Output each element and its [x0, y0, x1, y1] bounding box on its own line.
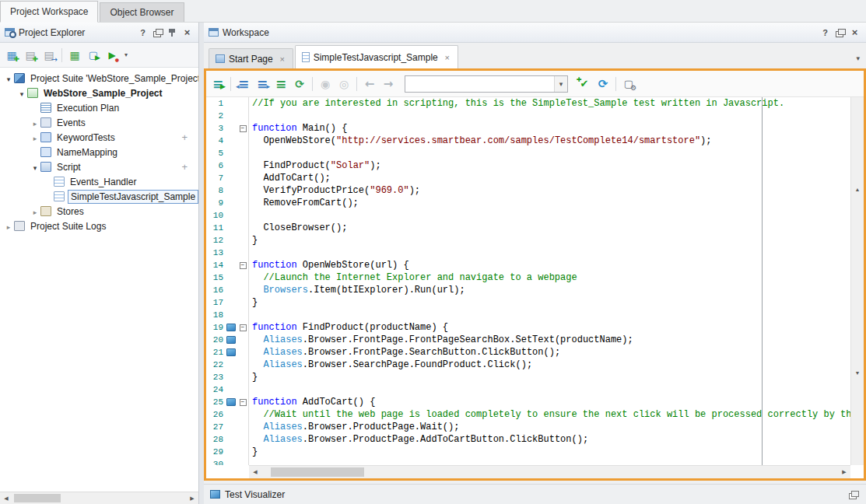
- scroll-left-icon[interactable]: [0, 492, 12, 504]
- sync-with-visualizer-icon[interactable]: [594, 75, 612, 93]
- tab-close-icon[interactable]: [444, 52, 451, 63]
- show-test-items-icon[interactable]: [66, 47, 83, 64]
- indent-icon[interactable]: [254, 75, 271, 93]
- code-line[interactable]: 18: [206, 309, 850, 321]
- tree-expander-icon[interactable]: [30, 132, 40, 143]
- float-panel-icon[interactable]: [847, 488, 860, 500]
- code-line[interactable]: 22 Aliases.Browser.SearchPage.FoundProdu…: [206, 359, 850, 371]
- tree-item-simpletestjavascript-sample[interactable]: SimpleTestJavascript_Sample: [0, 189, 198, 204]
- tree-expander-icon[interactable]: [16, 88, 27, 99]
- tree-item-script[interactable]: Script: [0, 159, 198, 174]
- tree-item-project-suite-logs[interactable]: Project Suite Logs: [0, 219, 198, 233]
- run-project-suite-icon-dropdown[interactable]: [122, 51, 130, 58]
- code-line[interactable]: 16 Browsers.Item(btIExplorer).Run(url);: [206, 284, 850, 296]
- mode-tab-object-browser[interactable]: Object Browser: [100, 2, 184, 22]
- fold-cell[interactable]: [237, 321, 249, 334]
- float-window-icon[interactable]: [151, 26, 164, 38]
- show-visualizer-frames-icon[interactable]: [317, 75, 334, 93]
- tree-expander-icon[interactable]: [3, 73, 14, 84]
- collapse-region-icon[interactable]: [240, 399, 247, 406]
- collapse-region-icon[interactable]: [240, 262, 247, 269]
- refresh-script-icon[interactable]: [291, 75, 308, 93]
- tree-item-keywordtests[interactable]: KeywordTests: [0, 130, 198, 145]
- visualizer-frame-cell[interactable]: [225, 398, 237, 406]
- scroll-right-icon[interactable]: [186, 492, 198, 504]
- code-line[interactable]: 20 Aliases.Browser.FrontPage.FrontPageSe…: [206, 334, 850, 346]
- doc-tab-simpletestjavascript-sample[interactable]: SimpleTestJavascript_Sample: [295, 45, 458, 68]
- code-line[interactable]: 24: [206, 383, 850, 396]
- chevron-down-icon[interactable]: [554, 76, 567, 92]
- help-icon[interactable]: [136, 26, 149, 38]
- collapse-region-icon[interactable]: [240, 324, 247, 331]
- scrollbar-thumb[interactable]: [271, 467, 364, 477]
- code-line[interactable]: 23}: [206, 371, 850, 383]
- tree-item-events-handler[interactable]: Events_Handler: [0, 174, 198, 189]
- navigate-back-icon[interactable]: [361, 75, 378, 93]
- code-line[interactable]: 12}: [206, 234, 850, 247]
- code-line[interactable]: 8 VerifyProductPrice("969.0");: [206, 184, 850, 197]
- hide-visualizer-frames-icon[interactable]: [335, 75, 352, 93]
- code-line[interactable]: 25function AddToCart() {: [206, 396, 850, 408]
- code-line[interactable]: 3function Main() {: [206, 122, 850, 135]
- code-line[interactable]: 30: [206, 458, 850, 465]
- visualizer-frame-cell[interactable]: [225, 324, 237, 331]
- mode-tab-project-workspace[interactable]: Project Workspace: [0, 1, 98, 23]
- editor-options-icon[interactable]: [620, 75, 637, 93]
- code-line[interactable]: 10: [206, 209, 850, 222]
- code-line[interactable]: 29}: [206, 446, 850, 458]
- add-checkpoint-icon[interactable]: [576, 75, 593, 93]
- tree-item-project-suite-webstore-sample-project-suit[interactable]: Project Suite 'WebStore_Sample_Project_S…: [0, 71, 198, 86]
- tree-expander-icon[interactable]: [3, 221, 14, 232]
- code-line[interactable]: 4 OpenWebStore("http://services.smartbea…: [206, 135, 850, 147]
- scroll-up-icon[interactable]: [851, 97, 864, 282]
- editor-hscrollbar[interactable]: [249, 465, 850, 478]
- tree-expander-icon[interactable]: [30, 206, 40, 217]
- tree-item-webstore-sample-project[interactable]: WebStore_Sample_Project: [0, 86, 198, 100]
- scrollbar-thumb[interactable]: [14, 494, 61, 502]
- navigate-forward-icon[interactable]: [380, 75, 397, 93]
- code-line[interactable]: 5: [206, 147, 850, 159]
- close-icon[interactable]: [181, 26, 194, 38]
- add-child-item-button[interactable]: [181, 131, 188, 143]
- fold-cell[interactable]: [237, 396, 249, 408]
- fold-cell[interactable]: [237, 122, 249, 135]
- outdent-icon[interactable]: [235, 75, 252, 93]
- help-icon[interactable]: [819, 26, 832, 38]
- tab-list-dropdown-icon[interactable]: [856, 52, 860, 63]
- fold-cell[interactable]: [237, 259, 249, 271]
- tree-expander-icon[interactable]: [30, 117, 40, 128]
- code-line[interactable]: 14function OpenWebStore(url) {: [206, 259, 850, 271]
- add-new-project-icon[interactable]: [3, 47, 20, 64]
- code-line[interactable]: 9 RemoveFromCart();: [206, 197, 850, 209]
- scrollbar-track[interactable]: [261, 466, 838, 478]
- function-navigator-combobox[interactable]: [405, 75, 568, 93]
- visualizer-frame-cell[interactable]: [225, 336, 237, 344]
- format-code-icon[interactable]: [272, 75, 289, 93]
- collapse-region-icon[interactable]: [240, 125, 247, 132]
- scroll-down-icon[interactable]: [851, 282, 864, 466]
- auto-hide-pin-icon[interactable]: [166, 26, 179, 38]
- code-line[interactable]: 26 //Wait until the web page is loaded c…: [206, 408, 850, 421]
- tree-item-namemapping[interactable]: NameMapping: [0, 145, 198, 159]
- test-visualizer-bar[interactable]: Test Visualizer: [204, 484, 866, 504]
- doc-tab-start-page[interactable]: Start Page: [209, 48, 293, 68]
- visualizer-frame-icon[interactable]: [226, 336, 236, 344]
- float-window-icon[interactable]: [833, 26, 847, 38]
- scroll-left-icon[interactable]: [249, 466, 261, 478]
- add-new-item-icon[interactable]: [22, 47, 39, 64]
- code-line[interactable]: 15 //Launch the Internet Explorer and na…: [206, 271, 850, 284]
- project-explorer-hscrollbar[interactable]: [0, 492, 198, 504]
- scrollbar-track[interactable]: [12, 492, 186, 504]
- visualizer-frame-icon[interactable]: [226, 398, 236, 406]
- run-current-routine-icon[interactable]: [209, 75, 226, 93]
- code-editor[interactable]: 1//If you are interested in scripting, t…: [206, 97, 850, 465]
- visualizer-frame-icon[interactable]: [226, 324, 236, 331]
- tree-item-stores[interactable]: Stores: [0, 204, 198, 219]
- code-line[interactable]: 13: [206, 247, 850, 259]
- code-line[interactable]: 7 AddToCart();: [206, 172, 850, 184]
- tree-item-execution-plan[interactable]: Execution Plan: [0, 100, 198, 115]
- visualizer-frame-cell[interactable]: [225, 348, 237, 356]
- scroll-right-icon[interactable]: [838, 466, 850, 478]
- code-line[interactable]: 21 Aliases.Browser.FrontPage.SearchButto…: [206, 346, 850, 359]
- code-line[interactable]: 1//If you are interested in scripting, t…: [206, 97, 850, 110]
